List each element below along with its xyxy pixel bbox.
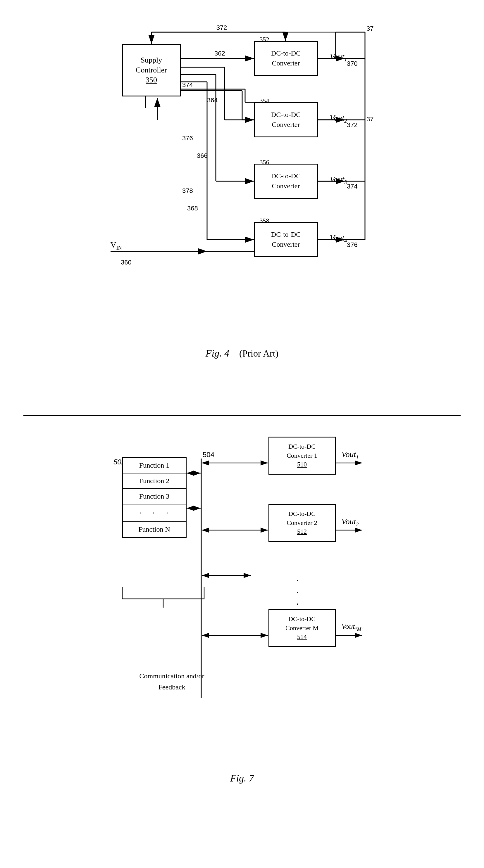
function-1-row: Function 1 <box>123 458 186 473</box>
fig7-diagram: 502 504 . . . Function 1 Function 2 Func… <box>111 428 374 793</box>
svg-text:360: 360 <box>121 259 132 266</box>
converter-2-ref: 354 <box>260 97 269 105</box>
svg-text:.: . <box>296 583 299 595</box>
svg-text:376: 376 <box>347 241 358 248</box>
fig4-diagram: 372 362 364 366 368 <box>111 18 374 339</box>
svg-text:372: 372 <box>366 116 374 123</box>
svg-text:364: 364 <box>207 96 218 104</box>
svg-text:.: . <box>296 572 299 584</box>
supply-controller-box: SupplyController 350 <box>122 44 181 96</box>
function-dots-row: · · · <box>123 504 186 522</box>
converter-1-ref: 352 <box>260 36 269 43</box>
svg-text:374: 374 <box>347 183 358 190</box>
function-block-502: Function 1 Function 2 Function 3 · · · F… <box>122 457 187 538</box>
svg-text:362: 362 <box>215 50 225 57</box>
fig4-prior-art: (Prior Art) <box>239 348 278 359</box>
supply-controller-ref: 350 <box>146 75 157 85</box>
converter-7-1-ref: 510 <box>297 460 307 469</box>
converter-7-1-box: DC-to-DCConverter 1 510 <box>268 437 336 475</box>
supply-controller-label: SupplyController <box>136 55 167 75</box>
converter-7-2-ref: 512 <box>297 527 307 536</box>
svg-text:368: 368 <box>187 205 198 212</box>
communication-label: Communication and/orFeedback <box>116 671 228 693</box>
converter-4-label: DC-to-DCConverter <box>271 230 301 249</box>
vout2-label: Vout2 <box>330 114 347 124</box>
vout7-1-label: Vout1 <box>342 450 359 461</box>
fig7-section: 502 504 . . . Function 1 Function 2 Func… <box>23 428 461 866</box>
converter-2-label: DC-to-DCConverter <box>271 110 301 129</box>
function-3-row: Function 3 <box>123 489 186 504</box>
svg-text:372: 372 <box>347 121 358 129</box>
converter-2-box: DC-to-DCConverter <box>254 102 318 137</box>
communication-text: Communication and/orFeedback <box>140 672 204 691</box>
svg-text:372: 372 <box>366 25 374 32</box>
svg-text:374: 374 <box>182 81 193 89</box>
vout1-label: Vout1 <box>330 52 347 63</box>
converter-3-box: DC-to-DCConverter <box>254 164 318 199</box>
svg-text:370: 370 <box>347 60 358 67</box>
svg-text:372: 372 <box>216 24 227 31</box>
section-divider <box>23 415 461 416</box>
converter-3-ref: 356 <box>260 158 269 166</box>
vout4-label: Vout4 <box>330 233 347 244</box>
converter-7-2-label: DC-to-DCConverter 2 <box>287 509 317 528</box>
converter-7-m-ref: 514 <box>297 632 307 642</box>
fig4-caption-text: Fig. 4 <box>206 348 229 359</box>
fig4-caption: Fig. 4 (Prior Art) <box>23 345 461 359</box>
converter-7-m-box: DC-to-DCConverter M 514 <box>268 609 336 647</box>
converter-1-box: DC-to-DCConverter <box>254 41 318 76</box>
svg-text:504: 504 <box>203 451 215 459</box>
converter-1-label: DC-to-DCConverter <box>271 49 301 68</box>
converter-4-box: DC-to-DCConverter <box>254 222 318 257</box>
converter-7-2-box: DC-to-DCConverter 2 512 <box>268 504 336 542</box>
page: 372 362 364 366 368 <box>0 0 484 868</box>
svg-text:.: . <box>296 595 299 607</box>
svg-text:366: 366 <box>197 152 208 159</box>
vout7-m-label: Vout"M" <box>342 622 364 632</box>
fig4-section: 372 362 364 366 368 <box>23 18 461 398</box>
vout3-label: Vout3 <box>330 175 347 186</box>
converter-7-m-label: DC-to-DCConverter M <box>285 615 318 633</box>
vin-label: VIN <box>111 240 122 251</box>
converter-3-label: DC-to-DCConverter <box>271 171 301 191</box>
vout7-2-label: Vout2 <box>342 517 359 528</box>
svg-text:378: 378 <box>182 187 193 194</box>
svg-text:376: 376 <box>182 134 193 142</box>
function-2-row: Function 2 <box>123 473 186 489</box>
converter-7-1-label: DC-to-DCConverter 1 <box>287 442 317 460</box>
function-n-row: Function N <box>123 522 186 537</box>
converter-4-ref: 358 <box>260 217 269 224</box>
